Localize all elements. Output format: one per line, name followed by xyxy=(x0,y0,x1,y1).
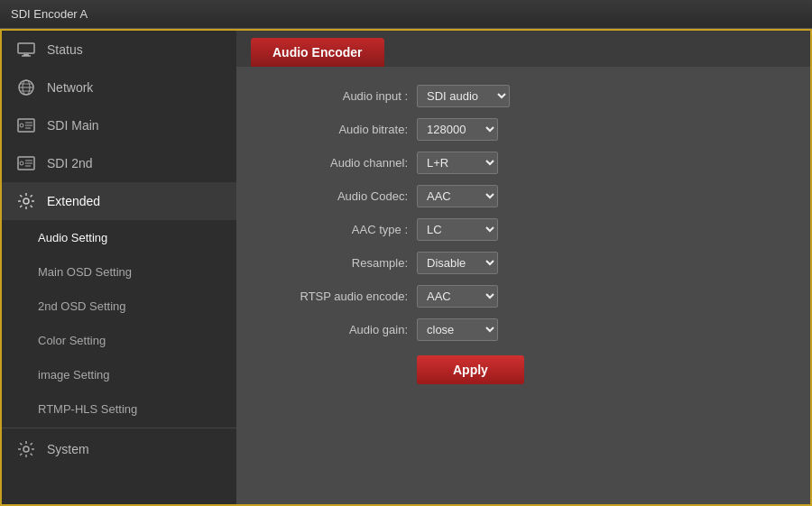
select-audio-input[interactable]: SDI audio HDMI audio Line In xyxy=(417,85,510,107)
form-area: Audio input : SDI audio HDMI audio Line … xyxy=(236,67,810,504)
sidebar: Status Network xyxy=(2,31,236,504)
label-audio-channel: Audio channel: xyxy=(263,156,408,170)
sidebar-item-extended[interactable]: Extended xyxy=(2,182,236,220)
form-row-apply: Apply xyxy=(263,352,783,384)
sidebar-sublabel-image-setting: image Setting xyxy=(38,368,110,382)
svg-point-14 xyxy=(20,161,23,165)
form-row-audio-input: Audio input : SDI audio HDMI audio Line … xyxy=(263,85,783,107)
tab-header: Audio Encoder xyxy=(236,31,810,67)
sidebar-item-network[interactable]: Network xyxy=(2,69,236,106)
select-audio-bitrate[interactable]: 64000 96000 128000 192000 256000 320000 xyxy=(417,118,498,141)
sidebar-sublabel-audio-setting: Audio Setting xyxy=(38,231,107,244)
form-row-audio-channel: Audio channel: L+R Left Right Mono xyxy=(263,152,783,174)
sidebar-item-sdi-main[interactable]: SDI Main xyxy=(2,106,236,144)
sidebar-item-sdi-2nd[interactable]: SDI 2nd xyxy=(2,144,236,182)
sidebar-sublabel-2nd-osd: 2nd OSD Setting xyxy=(38,299,126,313)
form-row-audio-bitrate: Audio bitrate: 64000 96000 128000 192000… xyxy=(263,118,783,141)
sidebar-divider xyxy=(2,428,236,428)
sidebar-label-status: Status xyxy=(47,42,83,57)
svg-point-9 xyxy=(20,124,23,127)
form-row-audio-codec: Audio Codec: AAC MP3 PCM xyxy=(263,185,783,207)
apply-button[interactable]: Apply xyxy=(417,355,524,384)
sidebar-subitem-rtmp-hls[interactable]: RTMP-HLS Setting xyxy=(2,391,236,426)
sidebar-label-system: System xyxy=(47,442,89,456)
disc-icon xyxy=(16,115,36,135)
select-audio-gain[interactable]: close low medium high xyxy=(417,318,498,341)
gear-icon xyxy=(16,191,36,211)
main-layout: Status Network xyxy=(0,29,812,506)
sidebar-label-extended: Extended xyxy=(47,194,100,208)
label-aac-type: AAC type : xyxy=(263,223,408,236)
tab-audio-encoder[interactable]: Audio Encoder xyxy=(251,38,384,67)
sidebar-label-sdi-main: SDI Main xyxy=(47,118,99,133)
sidebar-sublabel-main-osd: Main OSD Setting xyxy=(38,265,132,279)
label-audio-codec: Audio Codec: xyxy=(263,189,408,203)
tab-label: Audio Encoder xyxy=(272,45,363,60)
select-audio-codec[interactable]: AAC MP3 PCM xyxy=(417,185,498,207)
sidebar-sublabel-rtmp-hls: RTMP-HLS Setting xyxy=(38,402,137,416)
form-row-resample: Resample: Disable Enable xyxy=(263,252,783,274)
label-rtsp-audio-encode: RTSP audio encode: xyxy=(263,290,408,303)
label-resample: Resample: xyxy=(263,256,408,270)
select-aac-type[interactable]: LC HE HEv2 xyxy=(417,218,498,241)
svg-point-18 xyxy=(23,198,29,204)
label-audio-gain: Audio gain: xyxy=(263,323,408,336)
label-audio-bitrate: Audio bitrate: xyxy=(263,123,408,136)
sidebar-subitem-audio-setting[interactable]: Audio Setting xyxy=(2,220,236,254)
label-audio-input: Audio input : xyxy=(263,89,408,103)
svg-rect-0 xyxy=(18,43,34,53)
title-text: SDI Encoder A xyxy=(11,7,88,21)
sidebar-subitem-main-osd[interactable]: Main OSD Setting xyxy=(2,254,236,289)
form-row-aac-type: AAC type : LC HE HEv2 xyxy=(263,218,783,241)
select-rtsp-audio-encode[interactable]: AAC MP3 PCM xyxy=(417,285,498,308)
sidebar-subitem-2nd-osd[interactable]: 2nd OSD Setting xyxy=(2,289,236,323)
sidebar-sublabel-color-setting: Color Setting xyxy=(38,334,106,347)
form-row-rtsp-audio-encode: RTSP audio encode: AAC MP3 PCM xyxy=(263,285,783,308)
sidebar-subitem-color-setting[interactable]: Color Setting xyxy=(2,323,236,357)
select-resample[interactable]: Disable Enable xyxy=(417,252,498,274)
sidebar-item-status[interactable]: Status xyxy=(2,31,236,69)
title-bar: SDI Encoder A xyxy=(0,0,812,29)
form-row-audio-gain: Audio gain: close low medium high xyxy=(263,318,783,341)
sidebar-subitem-image-setting[interactable]: image Setting xyxy=(2,357,236,391)
select-audio-channel[interactable]: L+R Left Right Mono xyxy=(417,152,498,174)
globe-icon xyxy=(16,78,36,97)
gear2-icon xyxy=(16,439,36,459)
content-area: Audio Encoder Audio input : SDI audio HD… xyxy=(236,31,810,504)
monitor-icon xyxy=(16,40,36,60)
disc2-icon xyxy=(16,153,36,173)
sidebar-label-network: Network xyxy=(47,80,93,95)
sidebar-item-system[interactable]: System xyxy=(2,430,236,468)
sidebar-label-sdi-2nd: SDI 2nd xyxy=(47,156,93,170)
svg-point-19 xyxy=(23,446,29,452)
